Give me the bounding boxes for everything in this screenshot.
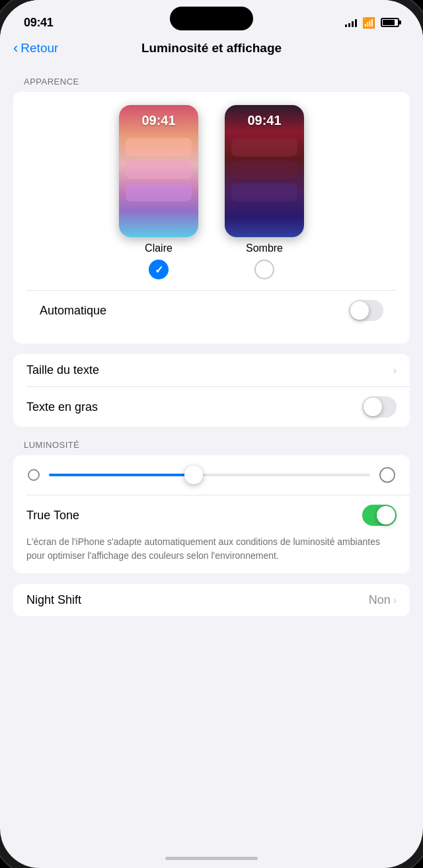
claire-time: 09:41: [141, 113, 175, 128]
appearance-options: 09:41 Claire ✓ 09:41: [26, 105, 397, 279]
status-time: 09:41: [24, 16, 54, 30]
true-tone-toggle[interactable]: [362, 505, 397, 526]
taille-du-texte-row[interactable]: Taille du texte ›: [13, 354, 410, 386]
sun-large-icon: [379, 467, 395, 483]
status-icons: 📶: [345, 17, 399, 29]
taille-chevron-icon: ›: [393, 365, 397, 377]
claire-radio[interactable]: ✓: [149, 260, 169, 279]
sun-small-icon: [28, 469, 40, 481]
texte-en-gras-label: Texte en gras: [26, 400, 98, 414]
night-shift-chevron-icon: ›: [393, 595, 397, 606]
appearance-option-claire[interactable]: 09:41 Claire ✓: [119, 105, 198, 279]
sombre-label: Sombre: [246, 242, 283, 254]
dynamic-island: [170, 7, 253, 30]
night-shift-card: Night Shift Non ›: [13, 584, 410, 616]
back-button[interactable]: ‹ Retour: [13, 41, 58, 55]
automatique-toggle[interactable]: [349, 300, 383, 321]
night-shift-value: Non: [369, 593, 391, 607]
brightness-low-icon: [26, 468, 41, 482]
claire-preview: 09:41: [119, 105, 198, 237]
night-shift-right: Non ›: [369, 593, 397, 607]
back-chevron-icon: ‹: [13, 41, 18, 55]
brightness-card: True Tone L'écran de l'iPhone s'adapte a…: [13, 455, 410, 573]
true-tone-description: L'écran de l'iPhone s'adapte automatique…: [13, 535, 410, 573]
checkmark-icon: ✓: [155, 264, 163, 276]
luminosite-section-label: LUMINOSITÉ: [0, 427, 423, 455]
battery-icon: [381, 18, 399, 27]
brightness-fill: [49, 474, 194, 476]
taille-du-texte-label: Taille du texte: [26, 363, 99, 377]
page-title: Luminosité et affichage: [141, 41, 282, 55]
phone-frame: 09:41 📶 ‹ Retour Luminosité et affichage…: [0, 0, 423, 868]
status-bar: 09:41 📶: [0, 0, 423, 36]
true-tone-knob: [377, 506, 395, 524]
texte-en-gras-toggle[interactable]: [362, 396, 397, 417]
sombre-time: 09:41: [247, 113, 281, 128]
brightness-slider-row: [13, 455, 410, 495]
night-shift-row[interactable]: Night Shift Non ›: [13, 584, 410, 616]
navigation-bar: ‹ Retour Luminosité et affichage: [0, 36, 423, 63]
automatique-toggle-knob: [350, 301, 369, 320]
back-label: Retour: [20, 41, 58, 55]
automatique-label: Automatique: [40, 304, 106, 318]
true-tone-row: True Tone: [13, 495, 410, 535]
content-area: APPARENCE 09:41 Claire: [0, 63, 423, 859]
taille-du-texte-right: ›: [393, 365, 397, 377]
brightness-thumb[interactable]: [184, 466, 203, 484]
claire-widgets: [126, 138, 192, 201]
true-tone-label: True Tone: [26, 509, 79, 523]
claire-label: Claire: [145, 242, 173, 254]
wifi-icon: 📶: [362, 17, 375, 29]
sombre-preview: 09:41: [225, 105, 304, 237]
texte-en-gras-row: Texte en gras: [13, 387, 410, 427]
automatique-row: Automatique: [26, 291, 397, 330]
sombre-radio[interactable]: [254, 260, 274, 279]
night-shift-label: Night Shift: [26, 593, 81, 607]
sombre-widgets: [231, 138, 297, 201]
appearance-card: 09:41 Claire ✓ 09:41: [13, 92, 410, 344]
signal-icon: [345, 18, 357, 27]
brightness-high-icon: [378, 466, 397, 484]
appearance-option-sombre[interactable]: 09:41 Sombre: [225, 105, 304, 279]
appearance-section-label: APPARENCE: [0, 63, 423, 92]
home-indicator: [165, 857, 258, 860]
text-card: Taille du texte › Texte en gras: [13, 354, 410, 427]
brightness-slider[interactable]: [49, 474, 370, 476]
texte-en-gras-knob: [364, 398, 382, 416]
